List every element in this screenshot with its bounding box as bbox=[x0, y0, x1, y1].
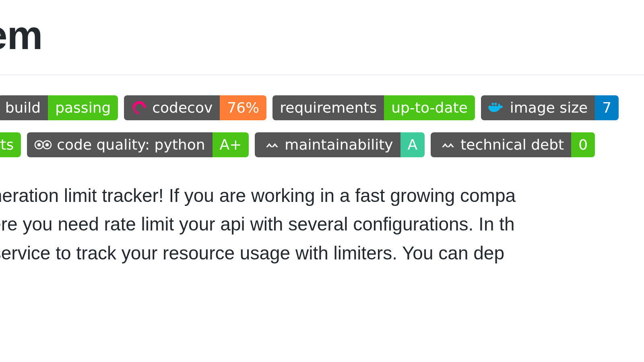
badge-techdebt-text: technical debt bbox=[460, 138, 564, 152]
badge-alerts[interactable]: 0 alerts bbox=[0, 132, 21, 157]
badge-techdebt[interactable]: technical debt 0 bbox=[431, 132, 595, 157]
badge-build[interactable]: build passing bbox=[0, 95, 118, 120]
badge-codequality-text: code quality: python bbox=[57, 138, 205, 152]
badge-imagesize[interactable]: image size 7 bbox=[481, 95, 619, 120]
description-paragraph: xt generation limit tracker! If you are … bbox=[0, 181, 644, 267]
codeclimate-icon bbox=[262, 139, 280, 150]
svg-point-7 bbox=[38, 144, 40, 146]
badge-codequality-label: code quality: python bbox=[27, 132, 212, 157]
svg-rect-4 bbox=[495, 103, 497, 105]
badge-codecov[interactable]: codecov 76% bbox=[124, 95, 266, 120]
badge-codequality-value: A+ bbox=[213, 132, 249, 157]
badge-imagesize-label: image size bbox=[481, 95, 595, 120]
badge-techdebt-label: technical debt bbox=[431, 132, 571, 157]
badge-maintainability-text: maintainability bbox=[285, 138, 393, 152]
description-line2: n where you need rate limit your api wit… bbox=[0, 214, 515, 234]
description-line3: as a service to track your resource usag… bbox=[0, 243, 504, 263]
codecov-icon bbox=[131, 100, 147, 116]
badge-codequality[interactable]: code quality: python A+ bbox=[27, 132, 249, 157]
badge-requirements-value: up-to-date bbox=[384, 95, 475, 120]
badge-techdebt-value: 0 bbox=[571, 132, 595, 157]
badge-requirements[interactable]: requirements up-to-date bbox=[272, 95, 475, 120]
lgtm-icon bbox=[34, 139, 52, 151]
badge-build-value: passing bbox=[48, 95, 118, 120]
badge-row-1: MIT build passing codecov 76% requiremen… bbox=[0, 95, 644, 120]
docker-icon bbox=[488, 101, 505, 114]
badge-imagesize-text: image size bbox=[510, 101, 588, 115]
svg-rect-3 bbox=[492, 103, 494, 105]
badge-maintainability[interactable]: maintainability A bbox=[255, 132, 425, 157]
badge-maintainability-label: maintainability bbox=[255, 132, 400, 157]
badge-codecov-text: codecov bbox=[152, 101, 213, 115]
badge-imagesize-value: 7 bbox=[595, 95, 619, 120]
badge-build-label: build bbox=[0, 95, 48, 120]
svg-point-8 bbox=[46, 144, 48, 146]
badge-row-2: 0 alerts code quality: python A+ maintai… bbox=[0, 132, 644, 157]
title-divider bbox=[0, 74, 644, 75]
badge-requirements-label: requirements bbox=[272, 95, 384, 120]
page-title: p'em bbox=[0, 0, 644, 74]
badge-alerts-value: 0 alerts bbox=[0, 132, 21, 157]
badge-codecov-value: 76% bbox=[220, 95, 266, 120]
description-line1: xt generation limit tracker! If you are … bbox=[0, 185, 516, 206]
badge-maintainability-value: A bbox=[400, 132, 425, 157]
codeclimate-icon bbox=[438, 139, 456, 150]
badge-codecov-label: codecov bbox=[124, 95, 220, 120]
